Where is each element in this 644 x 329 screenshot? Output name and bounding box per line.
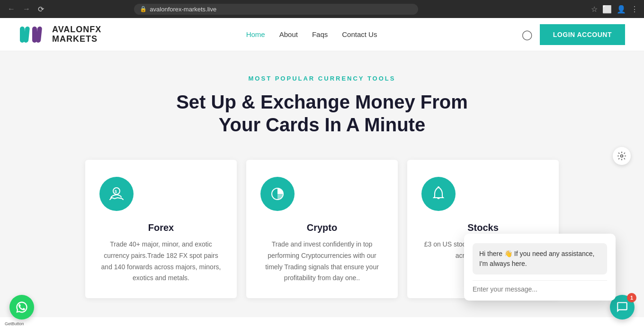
chat-message: Hi there 👋 If you need any assistance, I… <box>473 243 607 274</box>
crypto-card-title: Crypto <box>260 222 384 233</box>
stocks-icon-circle <box>421 177 456 211</box>
lock-icon: 🔒 <box>140 6 147 12</box>
bookmark-button[interactable]: ☆ <box>591 5 598 14</box>
chat-fab-badge: 1 <box>627 293 636 302</box>
nav-right: ◯ LOGIN ACCOUNT <box>522 24 625 45</box>
nav-link-contact[interactable]: Contact Us <box>342 30 377 38</box>
crypto-card-desc: Trade and invest confidently in top perf… <box>260 239 384 284</box>
browser-actions: ☆ ⬜ 👤 ⋮ <box>591 5 638 14</box>
crypto-icon <box>269 185 286 202</box>
chat-input[interactable] <box>473 285 607 293</box>
hero-title: Set Up & Exchange Money From Your Cards … <box>9 91 635 136</box>
whatsapp-label: GetButton <box>5 321 24 326</box>
user-icon[interactable]: ◯ <box>522 29 532 40</box>
chat-fab-icon <box>616 301 628 313</box>
hero-title-line1: Set Up & Exchange Money From <box>176 91 468 112</box>
chat-input-row <box>473 280 607 293</box>
url-text: avalonforex-markets.live <box>150 6 216 13</box>
logo-icon <box>19 23 47 46</box>
logo[interactable]: AVALONFX MARKETS <box>19 23 101 46</box>
settings-fab[interactable] <box>613 147 631 165</box>
hero-title-line2: Your Cards In A Minute <box>219 114 425 135</box>
logo-text: AVALONFX MARKETS <box>52 25 101 44</box>
address-bar[interactable]: 🔒 avalonforex-markets.live <box>134 4 418 15</box>
forward-button[interactable]: → <box>21 3 32 15</box>
crypto-icon-circle <box>260 177 295 211</box>
stocks-icon <box>430 185 447 202</box>
card-forex: $ Forex Trade 40+ major, minor, and exot… <box>85 160 237 298</box>
nav-links: Home About Faqs Contact Us <box>246 30 377 39</box>
forex-card-title: Forex <box>99 222 223 233</box>
nav-item-faqs[interactable]: Faqs <box>312 30 328 39</box>
whatsapp-icon <box>15 301 28 314</box>
forex-icon: $ <box>108 185 125 202</box>
svg-point-7 <box>438 186 439 188</box>
extensions-button[interactable]: ⬜ <box>602 5 612 14</box>
login-button[interactable]: LOGIN ACCOUNT <box>540 24 625 45</box>
nav-link-home[interactable]: Home <box>246 30 265 38</box>
chat-widget: Hi there 👋 If you need any assistance, I… <box>464 234 616 301</box>
forex-card-desc: Trade 40+ major, minor, and exotic curre… <box>99 239 223 284</box>
hero-tag: MOST POPULAR CURRENCY TOOLS <box>9 75 635 82</box>
logo-bottom: MARKETS <box>52 35 101 44</box>
nav-item-contact[interactable]: Contact Us <box>342 30 377 39</box>
whatsapp-fab[interactable] <box>9 295 34 320</box>
navbar: AVALONFX MARKETS Home About Faqs Contact… <box>0 18 644 51</box>
forex-icon-circle: $ <box>99 177 134 211</box>
card-crypto: Crypto Trade and invest confidently in t… <box>246 160 398 298</box>
settings-icon <box>617 151 626 161</box>
back-button[interactable]: ← <box>6 3 17 15</box>
nav-link-faqs[interactable]: Faqs <box>312 30 328 38</box>
svg-point-8 <box>621 155 623 157</box>
logo-top: AVALONFX <box>52 25 101 35</box>
nav-item-about[interactable]: About <box>279 30 298 39</box>
stocks-card-title: Stocks <box>421 222 545 233</box>
nav-link-about[interactable]: About <box>279 30 298 38</box>
nav-item-home[interactable]: Home <box>246 30 265 39</box>
profile-button[interactable]: 👤 <box>617 5 626 14</box>
browser-chrome: ← → ⟳ 🔒 avalonforex-markets.live ☆ ⬜ 👤 ⋮ <box>0 0 644 18</box>
svg-text:$: $ <box>115 189 117 194</box>
chat-body: Hi there 👋 If you need any assistance, I… <box>464 234 616 301</box>
menu-button[interactable]: ⋮ <box>631 5 638 14</box>
reload-button[interactable]: ⟳ <box>36 3 46 16</box>
